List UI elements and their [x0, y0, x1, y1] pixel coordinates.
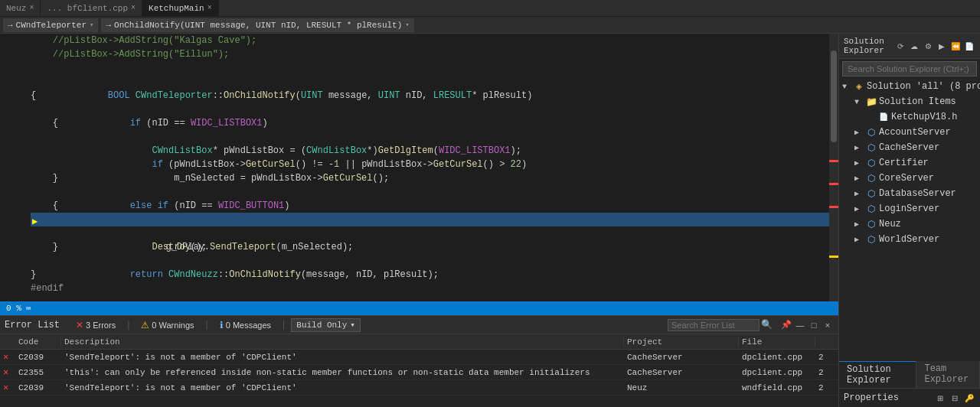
tree-item-core[interactable]: ▶ ⬡ CoreServer [839, 171, 980, 186]
error-panel: Error List ✕ 3 Errors | ⚠ 0 Warnings | ℹ… [0, 315, 838, 407]
login-label: LoginServer [879, 204, 939, 214]
toolbar-btn-5[interactable]: ⏪ [949, 40, 962, 52]
build-only-label: Build Only [296, 321, 347, 330]
method-dropdown-arrow: ▾ [405, 21, 409, 29]
pin-button[interactable]: 📌 [780, 319, 792, 331]
row-code: C2039 [15, 353, 61, 362]
account-expand: ▶ [854, 128, 864, 137]
tree-item-login[interactable]: ▶ ⬡ LoginServer [839, 201, 980, 217]
errors-filter-button[interactable]: ✕ 3 Errors [70, 318, 121, 332]
search-icon: 🔍 [761, 319, 773, 330]
tree-item-cache[interactable]: ▶ ⬡ CacheServer [839, 140, 980, 155]
toolbar-btn-6[interactable]: 📄 [963, 40, 975, 52]
code-line [31, 295, 829, 301]
tree-item-database[interactable]: ▶ ⬡ DatabaseServer [839, 186, 980, 201]
neuz-expand: ▶ [854, 220, 864, 229]
solution-tree: ▼ ◈ Solution 'all' (8 projects) ▼ 📁 Solu… [839, 79, 980, 361]
tree-item-world[interactable]: ▶ ⬡ WorldServer [839, 232, 980, 247]
properties-label: Properties [844, 392, 899, 403]
tree-item-certifier[interactable]: ▶ ⬡ Certifier [839, 155, 980, 171]
properties-btn-2[interactable]: ⊟ [949, 392, 961, 404]
method-dropdown-value: OnChildNotify(UINT message, UINT nID, LR… [114, 21, 402, 30]
method-dropdown[interactable]: → OnChildNotify(UINT message, UINT nID, … [101, 18, 413, 32]
project-icon-3: ⬡ [865, 157, 877, 169]
col-file[interactable]: File [739, 337, 815, 347]
tab-bfclient[interactable]: ... bfClient.cpp × [41, 0, 142, 16]
row-code: C2039 [15, 383, 61, 392]
solution-panel: Solution Explorer ⟳ ☁ ⚙ ▶ ⏪ 📄 ▼ ◈ Soluti… [838, 34, 980, 407]
tree-item-solution[interactable]: ▼ ◈ Solution 'all' (8 projects) [839, 79, 980, 94]
error-marker-1 [829, 160, 838, 162]
class-dropdown[interactable]: → CWndTeleporter ▾ [3, 18, 98, 32]
solution-search-input[interactable] [842, 61, 977, 77]
code-line: //pListBox->AddString("Eillun"); [31, 47, 829, 61]
cache-label: CacheServer [879, 142, 939, 153]
error-row[interactable]: ✕ C2355 'this': can only be referenced i… [0, 365, 838, 380]
error-search-input[interactable] [668, 319, 760, 331]
minimize-button[interactable]: — [794, 319, 806, 331]
tree-item-account[interactable]: ▶ ⬡ AccountServer [839, 125, 980, 140]
warnings-filter-button[interactable]: ⚠ 0 Warnings [136, 318, 199, 332]
tree-item-neuz[interactable]: ▶ ⬡ Neuz [839, 217, 980, 232]
cache-expand: ▶ [854, 143, 864, 152]
row-project: CacheServer [624, 368, 739, 377]
messages-filter-button[interactable]: ℹ 0 Messages [214, 318, 276, 332]
code-line: return CWndNeuzz::OnChildNotify(message,… [31, 254, 829, 268]
solution-expand: ▼ [842, 83, 851, 91]
row-description: 'this': can only be referenced inside no… [61, 368, 624, 377]
close-panel-button[interactable]: × [822, 319, 834, 331]
error-row[interactable]: ✕ C2039 'SendTeleport': is not a member … [0, 380, 838, 396]
tab-neuz[interactable]: Neuz × [0, 0, 41, 16]
code-line: { [31, 116, 829, 130]
cursor-icon: ⌨ [26, 304, 31, 314]
code-line: if (pWndListBox->GetCurSel() != -1 || pW… [31, 144, 829, 158]
message-icon: ℹ [220, 320, 224, 330]
maximize-button[interactable]: □ [808, 319, 820, 331]
neuz-label: Neuz [879, 219, 901, 230]
tab-team-explorer[interactable]: Team Explorer [916, 361, 980, 388]
code-container[interactable]: //pListBox->AddString("Kalgas Cave"); //… [0, 34, 829, 301]
row-line: 2 [815, 353, 838, 362]
properties-btn-1[interactable]: ⊞ [934, 392, 946, 404]
tab-ketchup[interactable]: KetchupMain × [142, 0, 219, 16]
title-bar: Neuz × ... bfClient.cpp × KetchupMain × [0, 0, 980, 17]
world-label: WorldServer [879, 234, 939, 245]
tab-neuz-label: Neuz [6, 4, 26, 13]
code-line: } [31, 171, 829, 185]
code-line: else if (nID == WIDC_BUTTON1) [31, 185, 829, 199]
project-icon-6: ⬡ [865, 203, 877, 215]
vertical-scrollbar[interactable] [829, 34, 838, 301]
error-row[interactable]: ✕ C2039 'SendTeleport': is not a member … [0, 350, 838, 365]
certifier-expand: ▶ [854, 158, 864, 168]
code-line: } [31, 268, 829, 282]
nav-bar: → CWndTeleporter ▾ → OnChildNotify(UINT … [0, 17, 980, 34]
col-description[interactable]: Description [61, 337, 624, 347]
code-content[interactable]: //pListBox->AddString("Kalgas Cave"); //… [24, 34, 829, 301]
code-line: #endif [31, 282, 829, 295]
toolbar-btn-1[interactable]: ⟳ [894, 40, 906, 52]
folder-icon: 📁 [865, 96, 877, 108]
build-only-dropdown[interactable]: Build Only ▾ [291, 318, 361, 332]
tree-item-ketchup[interactable]: 📄 KetchupV18.h [839, 109, 980, 125]
row-line: 2 [815, 383, 838, 392]
tab-solution-explorer[interactable]: Solution Explorer [839, 361, 916, 388]
toolbar-btn-3[interactable]: ⚙ [922, 40, 934, 52]
solution-explorer-title: Solution Explorer [844, 37, 894, 55]
tab-neuz-close[interactable]: × [29, 4, 34, 12]
toolbar-btn-4[interactable]: ▶ [936, 40, 948, 52]
col-code[interactable]: Code [15, 337, 61, 347]
scrollbar-thumb[interactable] [831, 50, 837, 142]
tab-ketchup-close[interactable]: × [207, 4, 212, 12]
col-project[interactable]: Project [624, 337, 739, 347]
toolbar-btn-2[interactable]: ☁ [908, 40, 920, 52]
properties-btn-3[interactable]: 🔑 [963, 392, 975, 404]
error-marker-2 [829, 183, 838, 185]
error-table: ✕ C2039 'SendTeleport': is not a member … [0, 350, 838, 407]
errors-count-label: 3 Errors [86, 321, 116, 330]
main-layout: //pListBox->AddString("Kalgas Cave"); //… [0, 34, 980, 407]
tree-item-solution-items[interactable]: ▼ 📁 Solution Items [839, 94, 980, 109]
tab-se-label: Solution Explorer [847, 364, 891, 386]
solution-items-label: Solution Items [879, 96, 956, 107]
project-icon-8: ⬡ [865, 233, 877, 246]
tab-bfclient-close[interactable]: × [131, 4, 136, 12]
